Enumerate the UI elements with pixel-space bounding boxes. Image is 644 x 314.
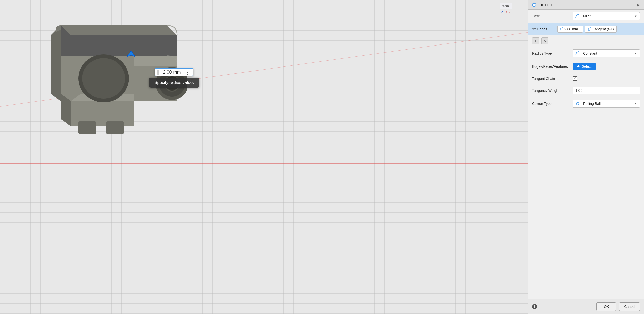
type-dropdown-value: Fillet [583,14,591,18]
svg-marker-1 [61,25,177,35]
corner-type-dropdown[interactable]: Rolling Ball ▼ [573,100,640,108]
radius-input-icon [157,70,159,75]
panel-content: Type Fillet ▼ 32 Edges [528,10,644,299]
edges-faces-label: Edges/Faces/Features [532,64,573,69]
radius-type-dropdown[interactable]: Constant ▼ [573,49,640,57]
corner-type-row: Corner Type Rolling Ball ▼ [528,97,644,110]
radius-input-row[interactable]: 2.00 mm ⋮ [155,68,193,76]
edges-badge: 32 Edges [532,26,557,32]
tangent-chain-value[interactable] [573,76,640,81]
radius-type-label: Radius Type [532,51,573,55]
tangency-weight-input[interactable] [573,87,640,94]
cancel-button[interactable]: Cancel [619,302,640,311]
svg-marker-20 [577,65,580,67]
tangency-weight-value[interactable] [573,87,640,94]
svg-rect-18 [575,17,576,18]
axis-z-label: Z↑ [501,10,505,14]
remove-edge-button[interactable]: × [541,37,548,44]
corner-type-value[interactable]: Rolling Ball ▼ [573,100,640,108]
select-cursor-icon [577,65,580,68]
svg-marker-3 [51,25,61,101]
tangency-weight-row: Tangency Weight [528,84,644,97]
tangent-chain-row: Tangent Chain [528,73,644,84]
edges-row: 32 Edges 2.00 mm Tangent (G1) [528,23,644,35]
ok-button[interactable]: OK [596,302,616,311]
panel-header-icon: ⬤ [532,3,536,7]
corner-type-label: Corner Type [532,102,573,106]
view-cube[interactable]: TOP Z↑ X→ [500,3,513,14]
edges-label: 32 Edges [532,27,547,31]
svg-rect-12 [106,121,124,134]
panel-title: FILLET [538,3,553,7]
type-label: Type [532,14,573,18]
edges-mm-input[interactable]: 2.00 mm [557,26,583,33]
radius-type-value[interactable]: Constant ▼ [573,49,640,57]
3d-viewport[interactable]: DD 2.00 mm ⋮ Specify radius value. TOP Z… [0,0,528,314]
radius-type-dropdown-value: Constant [583,51,597,55]
view-cube-axes: Z↑ X→ [501,10,511,14]
corner-type-dropdown-value: Rolling Ball [583,102,601,106]
edges-tangent[interactable]: Tangent (G1) [585,26,617,33]
edges-faces-value[interactable]: Select [573,63,640,70]
fillet-type-icon [575,14,580,18]
svg-point-21 [576,102,579,105]
type-value[interactable]: Fillet ▼ [573,12,640,20]
radius-value-input[interactable]: 2.00 mm [160,70,183,75]
radius-options-button[interactable]: ⋮ [184,70,191,75]
type-dropdown-arrow: ▼ [634,15,637,18]
cursor-arrow [126,50,136,60]
axis-red-horizontal [0,163,528,164]
right-panel: ⬤ FILLET ▶ Type Fillet ▼ [528,0,644,314]
edges-mm-value: 2.00 mm [564,27,578,31]
view-cube-face-top[interactable]: TOP [500,3,513,9]
tangent-chain-checkbox[interactable] [573,76,577,81]
tooltip-bubble: Specify radius value. [149,78,199,88]
panel-header: ⬤ FILLET ▶ [528,0,644,10]
panel-footer: i OK Cancel [528,299,644,314]
type-dropdown[interactable]: Fillet ▼ [573,12,640,20]
radius-type-row: Radius Type Constant ▼ [528,47,644,60]
edges-mm-icon [560,27,563,31]
tangency-weight-label: Tangency Weight [532,88,573,93]
panel-expand-button[interactable]: ▶ [637,3,640,7]
edges-faces-row: Edges/Faces/Features Select [528,60,644,73]
radius-type-icon [575,51,580,56]
svg-rect-11 [78,121,96,134]
add-edge-button[interactable]: + [532,37,539,44]
radius-type-dropdown-arrow: ▼ [634,52,637,55]
tooltip-text: Specify radius value. [154,80,194,85]
axis-x-label: X→ [506,10,511,14]
tangent-chain-label: Tangent Chain [532,77,573,81]
edges-tangent-value: Tangent (G1) [593,27,614,31]
tangent-icon [588,27,592,31]
radius-input-overlay[interactable]: 2.00 mm ⋮ Specify radius value. [149,68,199,88]
axis-green-vertical [253,0,253,314]
select-button[interactable]: Select [573,63,596,70]
svg-marker-17 [127,51,135,57]
svg-point-8 [82,58,125,99]
corner-type-icon [575,101,580,106]
type-row: Type Fillet ▼ [528,10,644,23]
select-btn-label: Select [582,64,592,69]
svg-marker-10 [134,56,177,66]
corner-type-dropdown-arrow: ▼ [634,102,637,105]
icon-btn-row: + × [528,35,644,47]
info-button[interactable]: i [532,304,537,309]
